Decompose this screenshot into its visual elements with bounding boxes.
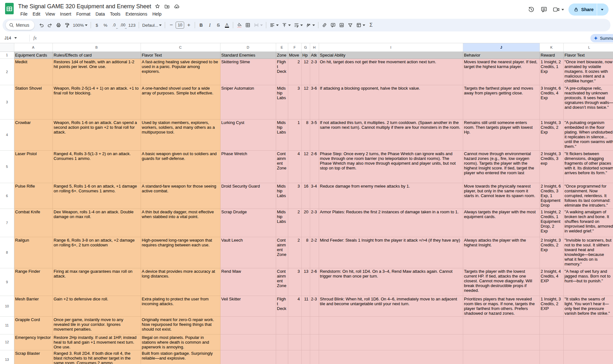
name-box[interactable]: J14 <box>0 36 29 40</box>
cell-G10[interactable]: 11 <box>301 296 310 316</box>
cell-J5[interactable]: Cannot move through environmental hazard… <box>463 150 540 183</box>
increase-decimals-button[interactable]: .00→ <box>119 21 127 30</box>
row-header-8[interactable]: 8 <box>0 237 14 268</box>
cell-F1[interactable]: Move <box>288 52 301 58</box>
cell-K7[interactable]: 1 Insight, 2 Credits, 1 Equipment Drop, … <box>540 209 563 237</box>
cell-H10[interactable]: 2-3 <box>310 296 319 316</box>
cell-D13[interactable] <box>220 350 276 364</box>
cell-C9[interactable]: A device that provides more accuracy at … <box>141 268 220 296</box>
cell-A9[interactable]: Range Finder <box>14 268 52 296</box>
cell-B8[interactable]: Range 6, Rolls 3-8 on an attack, +2 dama… <box>52 237 141 268</box>
join-call-button[interactable] <box>553 6 564 13</box>
cell-J3[interactable]: Targets the farthest player and moves aw… <box>463 85 540 119</box>
cell-C8[interactable]: High-powered long-range weapon that requ… <box>141 237 220 268</box>
bold-button[interactable]: B <box>197 21 205 30</box>
menu-data[interactable]: Data <box>93 11 107 17</box>
cell-D12[interactable] <box>220 334 276 350</box>
format-currency-button[interactable]: $ <box>93 21 101 30</box>
cell-K5[interactable]: 2 Insight, 3 Credits, 3 exp <box>540 150 563 183</box>
cell-D9[interactable]: Rend Maw <box>220 268 276 296</box>
cell-F7[interactable]: 2 <box>288 209 301 237</box>
cell-G8[interactable]: 8 <box>301 237 310 268</box>
cell-C11[interactable]: Originally meant for zero-G repair work.… <box>141 316 220 334</box>
cell-E2[interactable]: Flight Deck <box>276 58 288 85</box>
row-header-6[interactable]: 6 <box>0 183 14 209</box>
cell-J13[interactable] <box>463 350 540 364</box>
borders-button[interactable] <box>244 21 252 30</box>
cell-L7[interactable]: "A walking amalgam of broken tech and bo… <box>563 209 613 237</box>
cell-F9[interactable]: 3 <box>288 268 301 296</box>
cell-H4[interactable]: 3-5 <box>310 119 319 150</box>
cell-A2[interactable]: Medkit <box>14 58 52 85</box>
cell-B4[interactable]: Weapon, Rolls 1-6 on an attack. Can spen… <box>52 119 141 150</box>
cell-F3[interactable]: 3 <box>288 85 301 119</box>
redo-button[interactable] <box>46 21 54 30</box>
cell-A7[interactable]: Combat Knife <box>14 209 52 237</box>
cell-E4[interactable]: Midship Labs <box>276 119 288 150</box>
cell-L2[interactable]: "Once inert biowaste, now animated by vo… <box>563 58 613 85</box>
summarize-chip[interactable]: Summari <box>590 34 613 42</box>
row-header-4[interactable]: 4 <box>0 119 14 150</box>
cell-I11[interactable] <box>319 316 463 334</box>
cell-L12[interactable] <box>563 334 613 350</box>
column-header-J[interactable]: J <box>463 43 540 52</box>
row-header-9[interactable]: 9 <box>0 268 14 296</box>
column-header-E[interactable]: E <box>276 43 288 52</box>
share-button[interactable]: Share <box>568 3 609 16</box>
cell-J4[interactable]: Remains still until someone enters room.… <box>463 119 540 150</box>
cell-G11[interactable] <box>301 316 310 334</box>
increase-font-size-button[interactable]: + <box>185 21 193 30</box>
cell-E7[interactable]: Midship Labs <box>276 209 288 237</box>
menu-file[interactable]: File <box>18 11 30 17</box>
cell-A11[interactable]: Grapple Cord <box>14 316 52 334</box>
font-size-input[interactable]: 10 <box>176 22 184 29</box>
decrease-font-size-button[interactable]: − <box>167 21 175 30</box>
cell-F4[interactable]: 1 <box>288 119 301 150</box>
cell-C5[interactable]: A basic weapon given out to soldiers and… <box>141 150 220 183</box>
italic-button[interactable]: I <box>205 21 214 30</box>
cell-L10[interactable]: "It stalks the seams of light. You won’t… <box>563 296 613 316</box>
cell-H9[interactable]: 2-6 <box>310 268 319 296</box>
cell-I4[interactable]: If not attacked this turn, it multiplies… <box>319 119 463 150</box>
cell-D8[interactable]: Vault Leech <box>220 237 276 268</box>
cell-I13[interactable] <box>319 350 463 364</box>
cell-A13[interactable]: Scrap Blaster <box>14 350 52 364</box>
fill-color-button[interactable] <box>235 21 243 30</box>
column-header-L[interactable]: L <box>563 43 613 52</box>
cell-H12[interactable] <box>310 334 319 350</box>
cell-G6[interactable]: 16 <box>301 183 310 209</box>
insert-chart-button[interactable] <box>338 21 346 30</box>
cell-D5[interactable]: Phase Wretch <box>220 150 276 183</box>
cell-F12[interactable] <box>288 334 301 350</box>
cell-I5[interactable]: Phase Step: Once every 2 turns, the Phas… <box>319 150 463 183</box>
more-formats-button[interactable]: 123 <box>127 21 137 30</box>
cell-A12[interactable]: Emergency Injector <box>14 334 52 350</box>
cell-A5[interactable]: Laser Pistol <box>14 150 52 183</box>
column-header-D[interactable]: D <box>220 43 276 52</box>
cell-B3[interactable]: Weapon, Rolls 2-5(1-4 + 1) on an attack.… <box>52 85 141 119</box>
cell-D3[interactable]: Sniper Automaton <box>220 85 276 119</box>
cell-B2[interactable]: Restores 1d4 of health, with an aditiona… <box>52 58 141 85</box>
cell-E1[interactable]: Zone <box>276 52 288 58</box>
cell-C4[interactable]: Used by station members, explorers, work… <box>141 119 220 150</box>
menu-format[interactable]: Format <box>74 11 93 17</box>
column-header-K[interactable]: K <box>540 43 563 52</box>
menu-insert[interactable]: Insert <box>58 11 73 17</box>
cell-E8[interactable]: Containment Zone <box>276 237 288 268</box>
cell-B11[interactable]: Once per game, instantly move to any rev… <box>52 316 141 334</box>
cell-F11[interactable] <box>288 316 301 334</box>
cell-E9[interactable]: Containment Zone <box>276 268 288 296</box>
cell-B9[interactable]: Firing at max range guarantees max roll … <box>52 268 141 296</box>
cell-L1[interactable]: Flavor Text <box>563 52 613 58</box>
cell-H8[interactable]: 2-2 <box>310 237 319 268</box>
cell-L8[interactable]: "Invisible to scanners, but not to the s… <box>563 237 613 268</box>
menu-view[interactable]: View <box>43 11 57 17</box>
move-to-folder-icon[interactable] <box>164 3 170 10</box>
cell-F5[interactable]: 4 <box>288 150 301 183</box>
functions-button[interactable]: Σ <box>367 21 375 30</box>
insert-link-button[interactable] <box>320 21 329 30</box>
cell-B5[interactable]: Ranged 4, Rolls 3-5(1-3 + 2) on an attac… <box>52 150 141 183</box>
column-header-H[interactable]: H <box>310 43 319 52</box>
cell-J8[interactable]: Always attacks the player with the highe… <box>463 237 540 268</box>
cell-E12[interactable] <box>276 334 288 350</box>
